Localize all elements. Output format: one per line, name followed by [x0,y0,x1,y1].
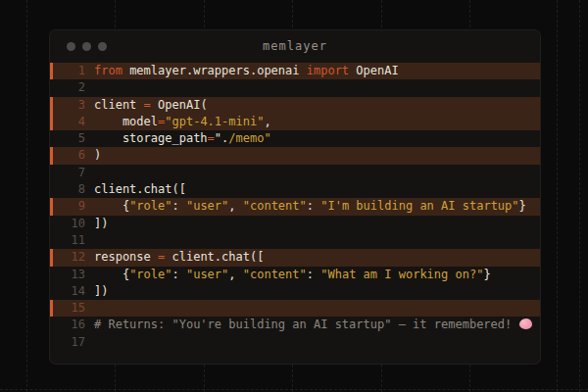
line-number: 8 [50,181,85,198]
code-line[interactable]: 15 [50,300,540,317]
code-line[interactable]: 17 [50,334,540,351]
code-token: OpenAI [349,64,399,77]
code-token: = [208,131,215,145]
code-line[interactable]: 1from memlayer.wrappers.openai import Op… [50,63,540,79]
code-token: ]) [94,217,108,230]
code-token: ". [215,131,228,145]
code-line[interactable]: 11 [50,232,540,249]
code-line[interactable]: 10]) [50,216,540,232]
line-number: 7 [50,165,85,181]
line-number: 3 [50,97,85,114]
code-line[interactable]: 12response = client.chat([ [50,249,540,266]
grid-line [557,0,558,392]
line-number: 1 [50,63,85,79]
code-token: # Returns: "You're building an AI startu… [94,318,518,331]
line-number: 16 [50,317,85,333]
code-text: client = OpenAI( [94,97,208,114]
code-token: , [264,115,270,128]
grid-line [26,0,27,392]
code-text: response = client.chat([ [94,249,264,266]
grid-line [0,389,588,390]
code-token: client.chat([ [165,250,264,264]
code-line[interactable]: 16# Returns: "You're building an AI star… [50,317,540,333]
code-token: { [94,268,129,281]
code-line[interactable]: 7 [50,165,540,181]
code-token: "content" [243,199,307,213]
code-token: = [144,98,151,112]
code-token: ]) [94,284,108,298]
line-number: 14 [50,283,85,300]
code-area: 1from memlayer.wrappers.openai import Op… [50,62,540,351]
window-title: memlayer [50,39,540,53]
code-line[interactable]: 13 {"role": "user", "content": "What am … [50,267,540,283]
grid-line [579,0,580,392]
code-token: client.chat([ [94,182,186,196]
code-line[interactable]: 2 [50,79,540,96]
code-text: from memlayer.wrappers.openai import Ope… [94,63,399,79]
code-line[interactable]: 4 model="gpt-4.1-mini", [50,114,540,130]
code-text: # Returns: "You're building an AI startu… [94,317,532,333]
code-text: client.chat([ [94,181,186,198]
code-window: memlayer 1from memlayer.wrappers.openai … [49,29,541,365]
code-token: : [307,199,320,213]
code-token: , [228,268,242,281]
line-number: 15 [50,300,85,317]
code-text: ]) [94,216,108,232]
code-token: "user" [186,199,228,213]
brain-emoji [519,318,532,329]
code-line[interactable]: 3client = OpenAI( [50,97,540,114]
code-token: "What am I working on?" [320,268,483,281]
code-token: storage_path [94,131,208,145]
code-token: ) [94,148,101,162]
code-token: "content" [243,268,307,281]
code-line[interactable]: 8client.chat([ [50,181,540,198]
desktop-background: { "window": { "title": "memlayer" }, "co… [0,0,588,392]
code-line[interactable]: 5 storage_path="./memo" [50,130,540,147]
code-token: } [483,268,490,281]
code-token: : [307,268,320,281]
code-token: model [94,115,158,128]
code-token: response [94,250,158,264]
line-number: 12 [50,249,85,266]
code-token: : [172,268,185,281]
code-text: ) [94,147,101,164]
code-text: model="gpt-4.1-mini", [94,114,271,130]
line-number: 2 [50,79,85,96]
line-number: 17 [50,334,85,351]
code-token: { [94,199,129,213]
code-token: /memo" [228,131,270,145]
code-line[interactable]: 14]) [50,283,540,300]
code-token: client [94,98,144,112]
line-number: 13 [50,267,85,283]
code-token: "role" [129,268,172,281]
code-line[interactable]: 6) [50,147,540,164]
line-number: 6 [50,147,85,164]
code-token: : [172,199,185,213]
line-number: 4 [50,114,85,130]
line-number: 10 [50,216,85,232]
line-number: 11 [50,232,85,249]
code-token: "user" [186,268,228,281]
code-token: "gpt-4.1-mini" [165,115,264,128]
line-number: 5 [50,130,85,147]
code-text: {"role": "user", "content": "I'm buildin… [94,198,526,215]
code-text: {"role": "user", "content": "What am I w… [94,267,491,283]
code-token: "I'm building an AI startup" [320,199,518,213]
code-token: "role" [129,199,172,213]
code-text: storage_path="./memo" [94,130,271,147]
code-line[interactable]: 9 {"role": "user", "content": "I'm build… [50,198,540,215]
code-token: memlayer.wrappers.openai [122,64,307,77]
line-number: 9 [50,198,85,215]
code-token: , [228,199,242,213]
title-bar[interactable]: memlayer [50,30,540,62]
code-token: } [519,199,526,213]
code-token: OpenAI( [151,98,208,112]
code-text: ]) [94,283,108,300]
code-token: import [307,64,349,77]
code-token: from [94,64,122,77]
